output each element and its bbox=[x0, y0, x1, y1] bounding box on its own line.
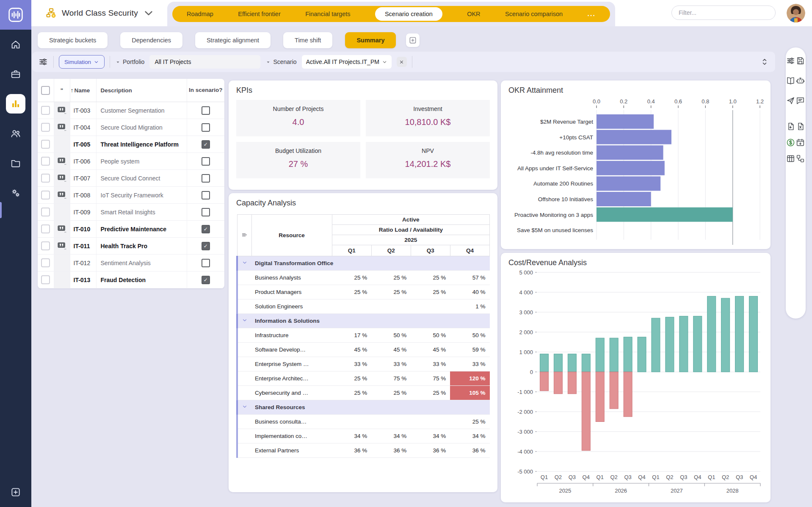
nav-item-briefcase-icon[interactable] bbox=[0, 59, 31, 89]
table-export-icon[interactable] bbox=[786, 154, 795, 163]
filter-input[interactable] bbox=[671, 6, 776, 20]
nav-item-folder-icon[interactable] bbox=[0, 148, 31, 178]
resource-name: Business Analysts bbox=[251, 271, 332, 285]
tab-scenario-comparison[interactable]: Scenario comparison bbox=[505, 11, 563, 17]
subtab-summary[interactable]: Summary bbox=[345, 32, 396, 48]
row-select-checkbox[interactable] bbox=[41, 258, 50, 267]
project-description: Secure Cloud Connect bbox=[96, 170, 187, 187]
unfold-icon[interactable] bbox=[760, 57, 769, 66]
comment-bubble-icon[interactable] bbox=[57, 225, 66, 233]
okr-attainment-card: OKR Attainment 0.00.20.40.60.81.01.2$2M … bbox=[501, 80, 771, 249]
row-select-checkbox[interactable] bbox=[41, 123, 50, 132]
scenario-clear-button[interactable] bbox=[397, 57, 407, 67]
in-scenario-checkbox[interactable] bbox=[202, 157, 210, 166]
right-action-rail bbox=[786, 47, 806, 319]
in-scenario-checkbox[interactable] bbox=[202, 208, 210, 216]
capacity-group-shared-resources[interactable]: Shared Resources bbox=[237, 400, 490, 415]
tab-more-menu[interactable]: ... bbox=[588, 10, 596, 18]
simulation-dropdown[interactable]: Simulation bbox=[59, 55, 105, 69]
primary-tab-shell: RoadmapEfficient frontierFinancial targe… bbox=[167, 2, 615, 26]
comment-bubble-icon[interactable] bbox=[57, 242, 66, 250]
quarter-header-q2: Q2 bbox=[371, 245, 411, 256]
in-scenario-checkbox[interactable]: ✓ bbox=[202, 242, 210, 250]
row-select-checkbox[interactable] bbox=[41, 191, 50, 199]
subtab-time-shift[interactable]: Time shift bbox=[283, 32, 332, 48]
subtab-dependencies[interactable]: Dependencies bbox=[120, 32, 182, 48]
avatar[interactable] bbox=[787, 4, 805, 22]
folder-icon bbox=[10, 158, 21, 169]
row-select-checkbox[interactable] bbox=[41, 174, 50, 183]
in-scenario-checkbox[interactable]: ✓ bbox=[202, 276, 210, 284]
capacity-row: Cybersecurity and … 25 %25 %25 %105 % bbox=[237, 386, 490, 400]
in-scenario-checkbox[interactable]: ✓ bbox=[202, 140, 210, 149]
scenario-select[interactable]: Active.All IT Projects.IT_PM bbox=[302, 55, 392, 69]
calendar-export-icon[interactable] bbox=[795, 138, 805, 147]
capacity-scenario-header: Active bbox=[332, 215, 489, 225]
project-row: IT-006 People system bbox=[38, 153, 224, 170]
robot-icon[interactable] bbox=[795, 76, 805, 86]
capacity-menu-header[interactable] bbox=[237, 215, 251, 256]
row-select-checkbox[interactable] bbox=[41, 106, 50, 115]
svg-text:+10pts CSAT: +10pts CSAT bbox=[559, 134, 593, 141]
tune-icon[interactable] bbox=[786, 56, 795, 66]
add-view-button[interactable] bbox=[406, 33, 420, 47]
send-icon[interactable] bbox=[786, 96, 795, 105]
left-nav bbox=[0, 30, 31, 208]
workspace-switcher[interactable]: World Class Security bbox=[45, 0, 155, 26]
capacity-value: 33 % bbox=[332, 357, 371, 371]
description-column-header[interactable]: Description bbox=[96, 79, 187, 102]
row-select-checkbox[interactable] bbox=[41, 241, 50, 250]
sidebar-add-button[interactable] bbox=[0, 487, 31, 498]
subtab-strategic-alignment[interactable]: Strategic alignment bbox=[195, 32, 271, 48]
in-scenario-checkbox[interactable] bbox=[202, 123, 210, 132]
in-scenario-checkbox[interactable] bbox=[202, 106, 210, 115]
capacity-value: 33 % bbox=[411, 357, 450, 371]
comment-bubble-icon[interactable] bbox=[57, 157, 66, 166]
comment-bubble-icon[interactable] bbox=[57, 106, 66, 115]
capacity-group-information-solutions[interactable]: Information & Solutions bbox=[237, 314, 490, 328]
export-settings-icon[interactable] bbox=[795, 154, 805, 163]
row-select-checkbox[interactable] bbox=[41, 224, 50, 233]
nav-item-people-icon[interactable] bbox=[0, 119, 31, 148]
row-select-checkbox[interactable] bbox=[41, 208, 50, 216]
app-logo[interactable] bbox=[0, 0, 31, 30]
nav-item-bar-chart-icon[interactable] bbox=[0, 89, 31, 119]
row-select-checkbox[interactable] bbox=[41, 275, 50, 284]
money-icon[interactable] bbox=[786, 138, 795, 147]
tab-roadmap[interactable]: Roadmap bbox=[187, 11, 213, 17]
row-select-checkbox[interactable] bbox=[41, 157, 50, 166]
svg-text:0.6: 0.6 bbox=[674, 98, 682, 105]
pdf-export-icon[interactable] bbox=[786, 122, 795, 131]
project-row: IT-007 Secure Cloud Connect bbox=[38, 170, 224, 187]
nav-item-home-icon[interactable] bbox=[0, 30, 31, 59]
nav-item-gears-icon[interactable] bbox=[0, 178, 31, 208]
in-scenario-checkbox[interactable] bbox=[202, 191, 210, 199]
subtab-strategic-buckets[interactable]: Strategic buckets bbox=[38, 32, 108, 48]
in-scenario-checkbox[interactable] bbox=[202, 259, 210, 267]
in-scenario-checkbox[interactable]: ✓ bbox=[202, 225, 210, 233]
project-row: IT-010 Predictive Maintenance ✓ bbox=[38, 221, 224, 238]
resource-name: Enterprise Architec… bbox=[251, 371, 332, 386]
tab-efficient-frontier[interactable]: Efficient frontier bbox=[238, 11, 280, 17]
scenario-creation-page: { "colors": { "accent_yellow": "#f2b504"… bbox=[0, 0, 812, 507]
tune-icon[interactable] bbox=[38, 57, 48, 67]
name-column-header[interactable]: ↑Name bbox=[70, 79, 96, 102]
in-scenario-checkbox[interactable] bbox=[202, 174, 210, 183]
capacity-group-digital-transformation-office[interactable]: Digital Transformation Office bbox=[237, 256, 490, 271]
tab-financial-targets[interactable]: Financial targets bbox=[305, 11, 350, 17]
excel-export-icon[interactable] bbox=[795, 122, 805, 131]
book-icon[interactable] bbox=[786, 76, 795, 86]
portfolio-input[interactable] bbox=[149, 55, 260, 69]
save-icon[interactable] bbox=[795, 56, 805, 66]
comment-bubble-icon[interactable] bbox=[57, 174, 66, 183]
comment-icon[interactable] bbox=[795, 96, 805, 105]
row-select-checkbox[interactable] bbox=[41, 140, 50, 149]
svg-text:2028: 2028 bbox=[726, 488, 739, 494]
tab-scenario-creation[interactable]: Scenario creation bbox=[375, 7, 442, 21]
select-all-checkbox[interactable] bbox=[41, 86, 50, 95]
comment-bubble-icon[interactable] bbox=[57, 123, 66, 132]
comment-bubble-icon[interactable] bbox=[57, 191, 66, 199]
svg-text:Q4: Q4 bbox=[694, 474, 701, 480]
capacity-metric-header: Ratio Load / Availability bbox=[332, 225, 489, 235]
tab-okr[interactable]: OKR bbox=[467, 11, 480, 17]
